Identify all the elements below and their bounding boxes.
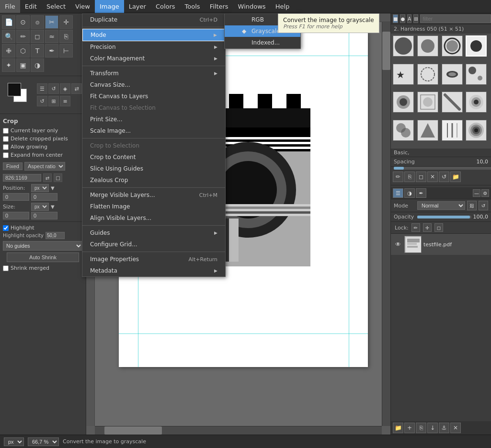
menu-precision[interactable]: Precision <box>82 41 225 53</box>
brush-cell-2[interactable] <box>417 35 438 57</box>
menu-color-management[interactable]: Color Management <box>82 53 225 64</box>
new-file-icon[interactable]: 📄 <box>2 15 15 29</box>
reset-dimension-icon[interactable]: □ <box>54 173 62 182</box>
allow-growing-checkbox[interactable] <box>3 144 9 150</box>
menu-scale-image[interactable]: Scale Image... <box>82 125 225 137</box>
lock-alpha-icon[interactable]: ◻ <box>434 223 443 232</box>
menu-layer[interactable]: Layer <box>124 0 151 13</box>
mode-select[interactable]: Normal <box>417 201 465 210</box>
layer-visibility-icon[interactable]: 👁 <box>394 240 402 249</box>
layers-tab[interactable]: ☰ <box>393 188 403 198</box>
brush-cell-11[interactable] <box>442 92 463 113</box>
brush-cell-13[interactable] <box>393 120 414 141</box>
crop-icon active[interactable]: ✂ <box>45 15 58 29</box>
path-icon[interactable]: ✒ <box>45 44 58 57</box>
menu-canvas-size[interactable]: Canvas Size... <box>82 79 225 91</box>
brush-edit-icon[interactable]: ✏ <box>393 172 403 182</box>
menu-transform[interactable]: Transform <box>82 68 225 79</box>
highlight-opacity-input[interactable] <box>46 232 65 239</box>
menu-flatten[interactable]: Flatten Image <box>82 201 225 212</box>
anchor-layer-icon[interactable]: ⚓ <box>439 423 449 433</box>
menu-filters[interactable]: Filters <box>205 0 233 13</box>
menu-print-size[interactable]: Print Size... <box>82 114 225 125</box>
brushes-tab-text[interactable]: A <box>407 14 411 23</box>
layer-item[interactable]: 👁 testfile.pdf <box>391 234 491 255</box>
layers-collapse-icon[interactable]: — <box>473 189 480 197</box>
layers-icon[interactable]: ☰ <box>37 83 47 94</box>
mode-indexed[interactable]: Indexed... <box>225 37 300 48</box>
lock-move-icon[interactable]: ✛ <box>423 223 432 232</box>
menu-image-properties[interactable]: Image Properties Alt+Return <box>82 253 225 265</box>
menu-guides[interactable]: Guides <box>82 227 225 239</box>
swap-icon[interactable]: ⇄ <box>71 83 82 94</box>
spacing-bar[interactable] <box>394 167 491 170</box>
menu-crop-content[interactable]: Crop to Content <box>82 151 225 163</box>
highlight-checkbox[interactable] <box>3 225 9 231</box>
delete-cropped-checkbox[interactable] <box>3 136 9 142</box>
menu-image[interactable]: Image <box>95 0 124 13</box>
menu-configure-grid[interactable]: Configure Grid... <box>82 239 225 250</box>
brush-cell-16[interactable] <box>466 120 487 141</box>
menu-windows[interactable]: Windows <box>233 0 271 13</box>
menu-merge-visible[interactable]: Merge Visible Layers... Ctrl+M <box>82 189 225 201</box>
auto-shrink-button[interactable]: Auto Shrink <box>7 253 79 262</box>
duplicate-layer-icon[interactable]: ⎘ <box>416 423 426 433</box>
brush-cell-15[interactable] <box>442 120 463 141</box>
brushes-tab-round[interactable]: ● <box>400 14 405 23</box>
menu-colors[interactable]: Colors <box>151 0 180 13</box>
brush-delete-icon[interactable]: ✕ <box>427 172 438 182</box>
brushes-tab-pattern[interactable]: ⊞ <box>413 14 418 23</box>
swap-dimension-icon[interactable]: ⇄ <box>43 173 52 182</box>
brush-new-icon[interactable]: ◻ <box>416 172 426 182</box>
layers-settings-icon[interactable]: ⚙ <box>481 189 489 197</box>
channels-tab[interactable]: ◑ <box>404 188 415 198</box>
brush-cell-6[interactable] <box>417 64 438 85</box>
menu-help[interactable]: Help <box>271 0 295 13</box>
fixed-button[interactable]: Fixed <box>3 162 23 170</box>
zoom-icon[interactable]: 🔍 <box>2 30 15 43</box>
menu-select[interactable]: Select <box>42 0 70 13</box>
perspective-icon[interactable]: ⬡ <box>16 44 30 57</box>
text-icon[interactable]: T <box>31 44 44 57</box>
expand-center-checkbox[interactable] <box>3 152 9 158</box>
fuzzy-select-icon[interactable]: ✦ <box>2 58 15 72</box>
menu-edit[interactable]: Edit <box>20 0 42 13</box>
size-x-input[interactable] <box>3 212 29 219</box>
history-icon[interactable]: ↺ <box>48 83 59 94</box>
new-layer-group-icon[interactable]: 📁 <box>393 423 403 433</box>
menu-tools[interactable]: Tools <box>180 0 205 13</box>
brushes-tab-square[interactable]: ■ <box>393 14 398 23</box>
zoom-select[interactable]: 66,7 % <box>28 437 59 446</box>
new-layer-icon[interactable]: + <box>404 423 415 433</box>
size-unit-select[interactable]: px <box>31 203 49 211</box>
position-y-input[interactable] <box>31 193 57 201</box>
menu-file[interactable]: File <box>0 0 20 13</box>
blend-icon[interactable]: ◑ <box>31 58 44 72</box>
reset-icon[interactable]: ↺ <box>37 96 47 106</box>
mode-reset-icon[interactable]: ↺ <box>479 201 488 210</box>
brush-cell-12[interactable] <box>466 92 487 113</box>
scrollbar-vertical[interactable] <box>382 22 390 426</box>
lasso-icon[interactable]: ⌾ <box>31 15 44 29</box>
px-select[interactable]: px <box>4 437 24 446</box>
size-y-input[interactable] <box>31 212 57 219</box>
menu-duplicate[interactable]: Duplicate Ctrl+D <box>82 14 225 25</box>
delete-layer-icon[interactable]: ✕ <box>450 423 461 433</box>
current-layer-checkbox[interactable] <box>3 128 9 134</box>
colors-box[interactable] <box>8 83 26 107</box>
clone-icon[interactable]: ⎘ <box>59 30 73 43</box>
merge-down-icon[interactable]: ↓ <box>427 423 438 433</box>
lock-paint-icon[interactable]: ✏ <box>411 223 420 232</box>
brush-cell-10[interactable] <box>417 92 438 113</box>
brush-folder-icon[interactable]: 📁 <box>450 172 461 182</box>
smudge-icon[interactable]: ≈ <box>45 30 58 43</box>
brush-refresh-icon[interactable]: ↺ <box>439 172 449 182</box>
scrollbar-h-thumb[interactable] <box>104 426 162 435</box>
channels-icon[interactable]: ◈ <box>60 83 70 94</box>
measure-icon[interactable]: ⊢ <box>59 44 73 57</box>
guides-select[interactable]: No guides <box>3 241 83 251</box>
brush-cell-14[interactable] <box>417 120 438 141</box>
menu-mode[interactable]: Mode <box>82 29 225 41</box>
brush-cell-7[interactable] <box>442 64 463 85</box>
menu-fit-canvas-layers[interactable]: Fit Canvas to Layers <box>82 91 225 102</box>
